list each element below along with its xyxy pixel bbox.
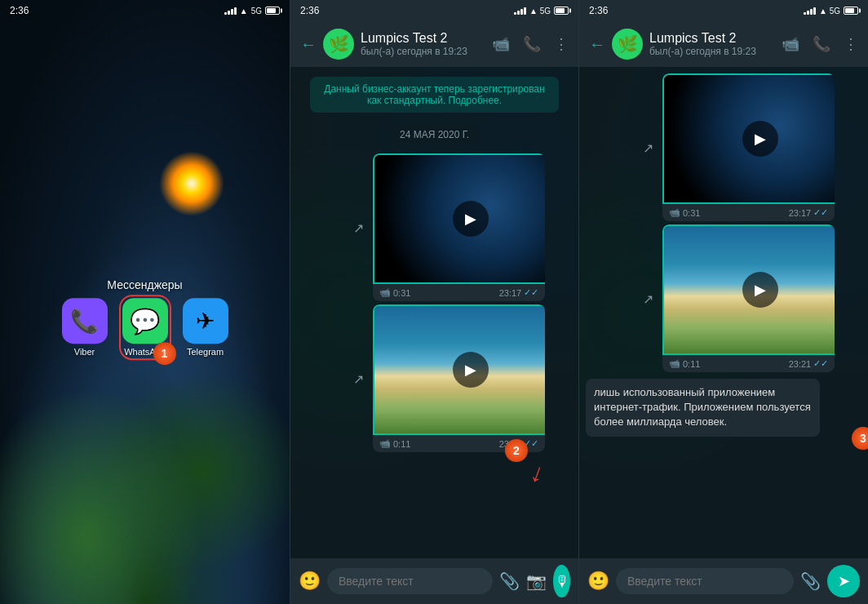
s3-battery-fill <box>845 8 854 13</box>
video1-bubble[interactable]: ▶ 📹 0:31 23:17 ✓✓ <box>373 153 545 301</box>
mic-button[interactable]: 🎙 <box>553 565 570 597</box>
forward-icon-1: ↗ <box>353 220 364 235</box>
screen3-menu-icon[interactable]: ⋮ <box>844 35 858 53</box>
signal-bar-2 <box>228 11 230 15</box>
s3-bar-3 <box>810 9 813 15</box>
s2-bar-3 <box>520 9 523 15</box>
screen3-emoji-button[interactable]: 🙂 <box>587 571 609 592</box>
contact-avatar: 🌿 <box>323 29 354 60</box>
screen3-video-call-icon[interactable]: 📹 <box>782 35 799 53</box>
s3-battery <box>844 7 858 15</box>
battery-fill <box>267 8 276 13</box>
screen3-chat-header: ← 🌿 Lumpics Test 2 был(-а) сегодня в 19:… <box>579 21 868 67</box>
video1-time-wrap: 23:17 ✓✓ <box>499 287 539 298</box>
text-message-content: лишь использованный приложением интернет… <box>594 386 811 428</box>
step-badge-3: 3 <box>852 427 868 450</box>
s3-video1-duration: 📹 0:31 <box>669 207 700 218</box>
viber-label: Viber <box>74 347 95 357</box>
screen2: 2:36 ▲ 5G ← 🌿 Lumpics Test 2 был(-а) сег… <box>290 0 579 604</box>
s2-battery <box>554 7 569 15</box>
contact-info: Lumpics Test 2 был(-а) сегодня в 19:23 <box>361 31 485 57</box>
s3-video1-play-btn[interactable]: ▶ <box>742 121 778 157</box>
screen3-chat-body: ↗ ▶ 📹 0:31 23:17 ✓✓ ↗ <box>579 67 868 558</box>
screen2-time: 2:36 <box>300 5 319 16</box>
date-divider: 24 МАЯ 2020 Г. <box>390 126 479 144</box>
s3-video1-meta: 📹 0:31 23:17 ✓✓ <box>662 204 835 221</box>
back-button[interactable]: ← <box>300 35 317 54</box>
s3-video2-time-wrap: 23:21 ✓✓ <box>789 358 829 369</box>
telegram-app[interactable]: ✈ Telegram <box>183 298 228 357</box>
screen3-contact-avatar: 🌿 <box>612 29 643 60</box>
video1-thumbnail: ▶ <box>373 153 545 284</box>
video1-play-btn[interactable]: ▶ <box>453 201 489 237</box>
viber-icon: 📞 <box>62 298 108 344</box>
contact-status: был(-а) сегодня в 19:23 <box>361 46 485 57</box>
signal-bar-4 <box>234 7 237 15</box>
telegram-label: Telegram <box>187 347 224 357</box>
s3-text-msg-container: лишь использованный приложением интернет… <box>586 375 861 440</box>
screen3-contact-status: был(-а) сегодня в 19:23 <box>649 46 775 57</box>
s3-video1-bubble[interactable]: ▶ 📹 0:31 23:17 ✓✓ <box>662 73 835 221</box>
signal-bar-1 <box>224 12 227 15</box>
forward-icon-2: ↗ <box>353 371 364 386</box>
screen3-status-icons: ▲ 5G <box>804 7 858 16</box>
s3-video1-time-wrap: 23:17 ✓✓ <box>789 207 829 218</box>
s2-battery-fill <box>556 8 565 13</box>
s3-video2-container: ↗ ▶ 📹 0:11 23:21 ✓✓ <box>662 224 858 372</box>
s2-network: ▲ 5G <box>529 7 551 16</box>
video2-duration: 📹 0:11 <box>379 438 410 449</box>
s2-bar-1 <box>514 12 516 15</box>
time: 2:36 <box>10 5 29 16</box>
send-button[interactable]: ➤ <box>827 565 860 597</box>
s3-video1-thumbnail: ▶ <box>662 73 835 204</box>
screen3-header-icons: 📹 📞 ⋮ <box>782 35 858 53</box>
s3-network: ▲ 5G <box>819 7 840 16</box>
emoji-button[interactable]: 🙂 <box>299 571 321 592</box>
s3-video2-meta: 📹 0:11 23:21 ✓✓ <box>662 355 835 372</box>
step-badge-2: 2 <box>505 439 528 462</box>
menu-icon[interactable]: ⋮ <box>554 35 569 53</box>
s3-video2-bubble[interactable]: ▶ 📹 0:11 23:21 ✓✓ <box>662 224 835 372</box>
network-type: 5G <box>251 7 262 16</box>
screen3-contact-name: Lumpics Test 2 <box>649 31 775 46</box>
chat-body: Данный бизнес-аккаунт теперь зарегистрир… <box>290 67 578 558</box>
voice-call-icon[interactable]: 📞 <box>523 35 541 53</box>
s3-bar-1 <box>804 12 806 15</box>
s2-bar-4 <box>524 7 526 15</box>
sun-glow <box>159 151 224 216</box>
video2-bubble[interactable]: ▶ 📹 0:11 23:21 ✓✓ <box>373 304 545 452</box>
step-badge-1: 1 <box>153 342 176 365</box>
s3-video2-play-btn[interactable]: ▶ <box>742 272 778 308</box>
attach-button[interactable]: 📎 <box>499 571 520 591</box>
video-call-icon[interactable]: 📹 <box>492 35 510 53</box>
viber-app[interactable]: 📞 Viber <box>62 298 108 357</box>
s3-bar-4 <box>813 7 816 15</box>
s3-video2-duration: 📹 0:11 <box>669 358 700 369</box>
video2-play-btn[interactable]: ▶ <box>453 352 489 388</box>
video1-time: 23:17 <box>499 288 522 298</box>
date-divider-wrap: 24 МАЯ 2020 Г. <box>297 122 572 147</box>
s3-video2-thumbnail: ▶ <box>662 224 835 355</box>
telegram-icon: ✈ <box>183 298 228 344</box>
video2-outer: ↗ ▶ 📹 0:11 23:21 ✓✓ 2 <box>373 304 569 452</box>
battery-icon <box>265 7 280 15</box>
s3-video2-check: ✓✓ <box>813 358 828 369</box>
whatsapp-app[interactable]: 💬 WhatsApp 1 <box>122 298 168 357</box>
contact-name: Lumpics Test 2 <box>361 31 485 46</box>
red-arrow-2: ↓ <box>526 456 549 489</box>
video1-duration: 📹 0:31 <box>379 287 410 298</box>
screen3-message-input[interactable] <box>616 568 794 594</box>
screen3-attach-button[interactable]: 📎 <box>800 571 821 591</box>
screen2-status-icons: ▲ 5G <box>514 7 569 16</box>
camera-button[interactable]: 📷 <box>526 571 547 591</box>
screen3-back-button[interactable]: ← <box>589 35 605 54</box>
screen3-signal-bars <box>804 7 816 15</box>
system-message: Данный бизнес-аккаунт теперь зарегистрир… <box>310 77 559 113</box>
screen3-status-bar: 2:36 ▲ 5G <box>579 0 868 21</box>
screen3: 2:36 ▲ 5G ← 🌿 Lumpics Test 2 был(-а) сег… <box>579 0 868 604</box>
screen3-voice-call-icon[interactable]: 📞 <box>813 35 830 53</box>
status-bar: 2:36 ▲ 5G <box>0 0 290 21</box>
s3-video1-time: 23:17 <box>789 208 812 218</box>
message-input[interactable] <box>327 568 493 594</box>
s3-forward-icon-2: ↗ <box>643 291 653 306</box>
